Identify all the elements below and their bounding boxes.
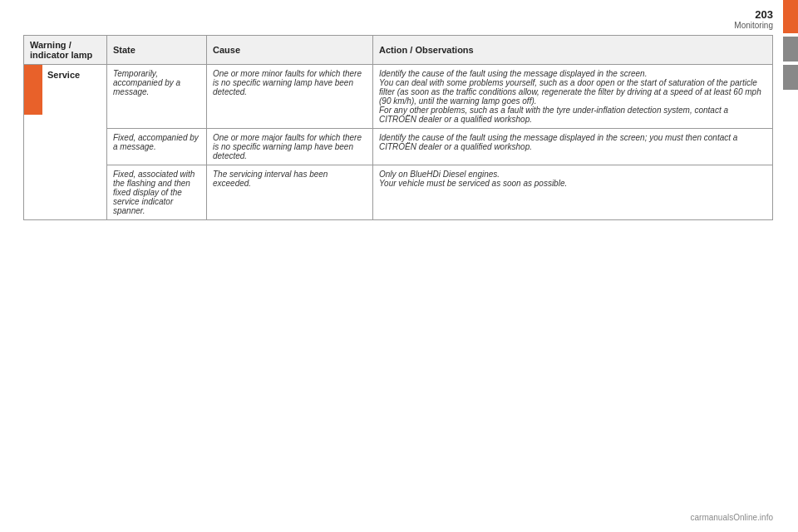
footer: carmanualsOnline.info: [691, 513, 774, 522]
table-row: Fixed, associated with the flashing and …: [24, 165, 773, 220]
action-cell-1: Identify the cause of the fault using th…: [373, 65, 773, 129]
col-lamp: Warning / indicator lamp: [24, 36, 107, 65]
lamp-cell: Service: [24, 65, 107, 220]
page-number: 203: [734, 8, 773, 21]
table-header-row: Warning / indicator lamp State Cause Act…: [24, 36, 773, 65]
table-row: Service Temporarily, accompanied by a me…: [24, 65, 773, 129]
warning-table: Warning / indicator lamp State Cause Act…: [23, 35, 773, 220]
state-cell-1: Temporarily, accompanied by a message.: [107, 65, 207, 129]
lamp-cell-inner: Service: [24, 65, 106, 115]
orange-indicator-bar: [24, 65, 42, 115]
gray-block-2: [783, 65, 798, 90]
state-cell-2: Fixed, accompanied by a message.: [107, 129, 207, 165]
col-cause: Cause: [207, 36, 373, 65]
action-cell-3: Only on BlueHDi Diesel engines.Your vehi…: [373, 165, 773, 220]
gray-block-1: [783, 37, 798, 62]
lamp-label: Service: [42, 65, 85, 115]
right-color-blocks: [783, 0, 798, 90]
footer-text: carmanualsOnline.info: [691, 513, 774, 522]
state-cell-3: Fixed, associated with the flashing and …: [107, 165, 207, 220]
table-row: Fixed, accompanied by a message. One or …: [24, 129, 773, 165]
cause-cell-1: One or more minor faults for which there…: [207, 65, 373, 129]
col-state: State: [107, 36, 207, 65]
page-section: Monitoring: [734, 21, 773, 30]
page-header: 203 Monitoring: [734, 8, 773, 30]
orange-block: [783, 0, 798, 33]
cause-cell-3: The servicing interval has been exceeded…: [207, 165, 373, 220]
col-action: Action / Observations: [373, 36, 773, 65]
action-cell-2: Identify the cause of the fault using th…: [373, 129, 773, 165]
service-label: Service: [47, 70, 80, 80]
main-table-wrapper: Warning / indicator lamp State Cause Act…: [23, 35, 773, 220]
cause-cell-2: One or more major faults for which there…: [207, 129, 373, 165]
